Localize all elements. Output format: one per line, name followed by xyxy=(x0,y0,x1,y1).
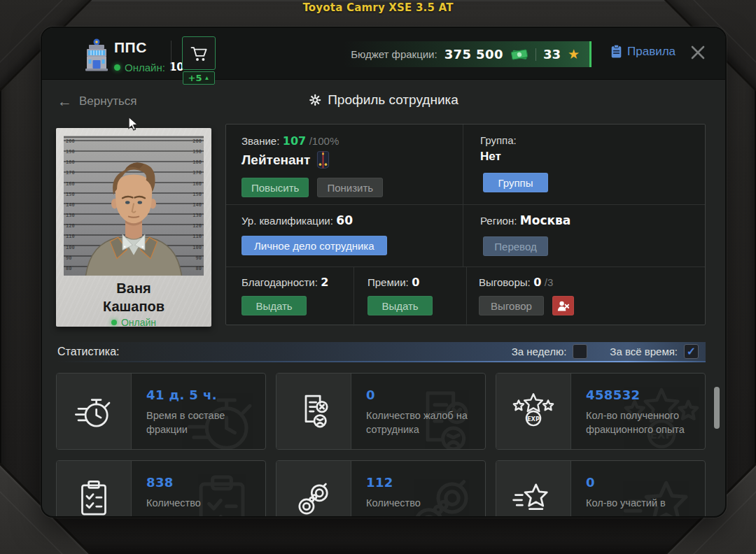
cart-bonus-value: +5 xyxy=(188,73,202,83)
rank-value: 107 xyxy=(283,134,306,148)
budget-stars-value: 33 xyxy=(543,47,561,62)
week-filter-checkbox[interactable]: ✓ xyxy=(573,344,587,359)
rank-name: Лейтенант xyxy=(241,152,310,168)
rank-max: /100% xyxy=(309,135,340,147)
reprimand-button[interactable]: Выговор xyxy=(479,296,544,315)
close-button[interactable] xyxy=(686,41,710,64)
vehicle-title: Toyota Camry XSE 3.5 AT xyxy=(0,1,756,14)
online-label: Онлайн: xyxy=(125,62,165,73)
money-icon xyxy=(510,48,528,62)
app-header: ППС Онлайн: 10 +5 ▲ Бюджет фракции: 375 … xyxy=(42,28,725,80)
alltime-filter-label: За всё время: xyxy=(610,346,678,357)
stat-card-events: 0 Кол-во участий в xyxy=(496,460,706,516)
stat-card-body: 838 Количество xyxy=(132,461,266,516)
fire-employee-button[interactable] xyxy=(552,296,574,315)
back-arrow-icon: ← xyxy=(57,94,72,108)
demote-button[interactable]: Понизить xyxy=(317,178,383,197)
employee-first-name: Ваня xyxy=(56,279,211,297)
reprimands-buttons: Выговор xyxy=(479,296,574,315)
stopwatch-icon xyxy=(71,388,117,434)
rank-section: Звание: 107 /100% Лейтенант Повысить xyxy=(241,134,383,197)
police-station-icon xyxy=(83,38,111,74)
promote-button[interactable]: Повысить xyxy=(241,178,309,197)
shop-cart-button[interactable] xyxy=(182,36,216,70)
stat-card-faction-exp: 458532 Кол-во полученного фракционного о… xyxy=(496,373,706,450)
tasks-clipboard-icon xyxy=(71,476,117,516)
thanks-label-row: Благодарности: 2 xyxy=(241,276,329,289)
stat-card-tasks: 838 Количество xyxy=(56,460,266,516)
rank-name-row: Лейтенант xyxy=(241,150,383,169)
budget-amount: 375 500 xyxy=(444,47,503,62)
person-x-icon xyxy=(556,299,570,313)
stat-value: 41 д. 5 ч. xyxy=(146,388,265,402)
rules-button[interactable]: Правила xyxy=(610,44,676,59)
group-buttons: Группы xyxy=(483,173,548,192)
stat-label: Количество жалоб на сотрудника xyxy=(366,409,485,436)
stat-icon-panel xyxy=(57,374,132,449)
event-star-icon xyxy=(510,476,556,516)
header-divider xyxy=(171,41,172,71)
thanks-value: 2 xyxy=(321,276,328,289)
stat-card-time-in-faction: 41 д. 5 ч. Время в составе фракции xyxy=(56,373,266,450)
faction-online-row: Онлайн: 10 xyxy=(114,61,184,73)
height-scale-right: 2001901801701601501401301201101009080 xyxy=(189,138,202,271)
cart-bonus-badge[interactable]: +5 ▲ xyxy=(183,71,215,85)
personal-file-button[interactable]: Личное дело сотрудника xyxy=(241,236,387,255)
mouse-cursor xyxy=(127,116,139,134)
exp-stars-icon xyxy=(510,388,556,434)
scrollbar-thumb[interactable] xyxy=(714,387,720,429)
back-label: Вернуться xyxy=(79,94,137,108)
stat-label: Количество xyxy=(366,497,485,511)
thanks-buttons: Выдать xyxy=(241,296,329,315)
stat-value: 112 xyxy=(366,475,485,490)
epaulette-icon xyxy=(316,150,330,169)
reprimands-label: Выговоры: xyxy=(479,276,531,288)
faction-budget-badge: Бюджет фракции: 375 500 33 ★ xyxy=(343,41,592,67)
stat-label: Время в составе фракции xyxy=(146,409,265,436)
bonuses-label: Премии: xyxy=(368,276,409,288)
transfer-button[interactable]: Перевод xyxy=(483,236,548,256)
bonuses-label-row: Премии: 0 xyxy=(368,276,433,289)
complaints-document-icon xyxy=(290,388,337,434)
reprimands-label-row: Выговоры: 0 /3 xyxy=(479,276,574,289)
rank-label-row: Звание: 107 /100% xyxy=(241,134,383,148)
employee-info-panel: Звание: 107 /100% Лейтенант Повысить xyxy=(225,124,706,325)
stat-value: 0 xyxy=(366,388,485,402)
stat-value: 458532 xyxy=(586,388,705,402)
panel-divider xyxy=(226,267,705,267)
budget-label: Бюджет фракции: xyxy=(351,48,438,60)
stat-card-body: 0 Кол-во участий в xyxy=(571,461,706,516)
bonuses-buttons: Выдать xyxy=(368,296,433,315)
cart-icon xyxy=(190,44,209,63)
stat-card-body: 112 Количество xyxy=(351,461,486,516)
online-dot-icon xyxy=(114,64,120,71)
statistics-filters: За неделю: ✓ За всё время: ✓ xyxy=(512,344,706,359)
group-value: Нет xyxy=(480,150,548,164)
thanks-label: Благодарности: xyxy=(241,276,318,288)
bonuses-section: Премии: 0 Выдать xyxy=(368,276,433,315)
stat-label: Кол-во полученного фракционного опыта xyxy=(586,409,705,436)
reprimands-value: 0 xyxy=(533,276,541,289)
alltime-filter-checkbox[interactable]: ✓ xyxy=(684,344,699,359)
bonuses-value: 0 xyxy=(412,276,419,289)
back-button[interactable]: ← Вернуться xyxy=(57,94,137,108)
page-title-text: Профиль сотрудника xyxy=(328,92,458,108)
rank-label: Звание: xyxy=(241,135,279,147)
stat-value: 0 xyxy=(586,475,705,490)
panel-divider xyxy=(463,125,463,267)
give-thanks-button[interactable]: Выдать xyxy=(241,296,307,315)
region-value: Москва xyxy=(520,213,570,227)
reprimands-max: /3 xyxy=(545,276,554,288)
region-buttons: Перевод xyxy=(483,236,570,256)
app-window: ППС Онлайн: 10 +5 ▲ Бюджет фракции: 375 … xyxy=(42,28,725,516)
stat-card-body: 458532 Кол-во полученного фракционного о… xyxy=(571,374,706,449)
give-bonus-button[interactable]: Выдать xyxy=(368,296,433,315)
stat-card-arrests: 112 Количество xyxy=(276,460,486,516)
rules-clipboard-icon xyxy=(610,44,622,59)
stat-card-complaints: 0 Количество жалоб на сотрудника xyxy=(276,373,486,450)
statistics-header-bar: Статистика: За неделю: ✓ За всё время: ✓ xyxy=(56,342,706,361)
employee-status: Онлайн xyxy=(56,317,211,328)
groups-button[interactable]: Группы xyxy=(483,173,548,192)
region-label: Регион: xyxy=(480,215,517,227)
stat-icon-panel xyxy=(276,374,351,449)
